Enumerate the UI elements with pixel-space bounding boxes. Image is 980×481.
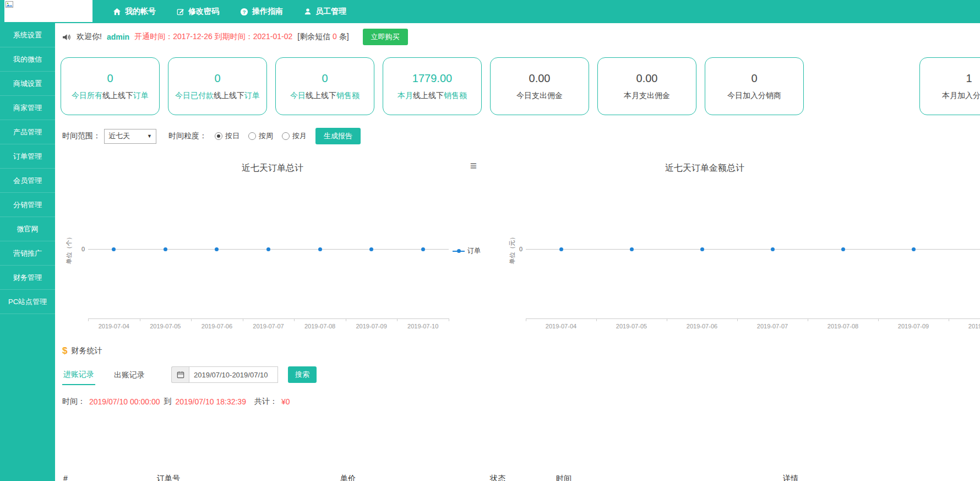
stat-card-value: 0 — [214, 72, 220, 85]
toolbox-menu-icon[interactable]: ≡ — [470, 160, 477, 171]
time-range-label: 时间范围： — [62, 131, 101, 141]
sidebar-item-8[interactable]: 微官网 — [0, 217, 55, 241]
charts-row: 近七天订单总计≡单位（个）02019-07-042019-07-052019-0… — [55, 155, 980, 336]
stat-card[interactable]: 0今日线上线下销售额 — [275, 57, 374, 115]
dollar-icon: $ — [62, 345, 67, 356]
question-icon: ? — [240, 8, 248, 16]
data-point — [841, 247, 845, 251]
stat-card[interactable]: 1本月加入分销商 — [919, 57, 980, 115]
stat-card-label-part: 今日加入分销商 — [727, 91, 781, 100]
stat-card[interactable]: 0今日已付款线上线下订单 — [168, 57, 267, 115]
data-point — [912, 247, 916, 251]
data-point — [559, 247, 563, 251]
sidebar-item-9[interactable]: 营销推广 — [0, 241, 55, 266]
stat-card-label-part: 线上线下 — [306, 91, 336, 100]
data-point — [318, 247, 322, 251]
user-icon — [304, 8, 312, 15]
x-axis-tick — [808, 318, 808, 321]
nav-staff-management[interactable]: 员工管理 — [304, 7, 346, 17]
sidebar-item-6[interactable]: 会员管理 — [0, 169, 55, 193]
data-point — [771, 247, 775, 251]
sidebar-item-3[interactable]: 商家管理 — [0, 96, 55, 120]
buy-now-button[interactable]: 立即购买 — [363, 29, 408, 45]
time-range-select[interactable]: 近七天 ▼ — [104, 129, 156, 144]
stat-card[interactable]: 0.00本月支出佣金 — [597, 57, 696, 115]
radio-circle — [215, 132, 222, 140]
radio-circle — [248, 132, 256, 140]
y-axis-tick-label: 0 — [74, 246, 85, 252]
logo — [4, 0, 92, 22]
summary-to-label: 到 — [164, 397, 171, 407]
stat-card[interactable]: 0今日加入分销商 — [705, 57, 804, 115]
stat-card[interactable]: 0今日所有线上线下订单 — [61, 57, 160, 115]
legend-item[interactable]: 订单 — [453, 246, 481, 256]
radio-by-day[interactable]: 按日 — [215, 131, 239, 141]
x-axis-tick — [878, 318, 879, 321]
finance-tabs: 进账记录出账记录 — [62, 365, 164, 385]
sidebar-item-1[interactable]: 我的微信 — [0, 47, 55, 72]
x-axis-label: 2019-07-10 — [398, 323, 448, 329]
speaker-icon — [62, 33, 72, 41]
stat-card-value: 1779.00 — [412, 72, 452, 85]
svg-text:?: ? — [243, 9, 246, 14]
x-axis-label: 2019-07-09 — [889, 323, 938, 329]
stat-card-label-part: 本月加入分销商 — [942, 91, 980, 100]
nav-operation-guide-label: 操作指南 — [252, 7, 283, 17]
legend-label: 订单 — [467, 246, 481, 256]
stat-card[interactable]: 0.00今日支出佣金 — [490, 57, 589, 115]
radio-by-week[interactable]: 按周 — [248, 131, 273, 141]
radio-by-month[interactable]: 按月 — [282, 131, 307, 141]
sidebar-item-11[interactable]: PC站点管理 — [0, 290, 55, 314]
stat-cards-row: 0今日所有线上线下订单0今日已付款线上线下订单0今日线上线下销售额1779.00… — [55, 57, 980, 119]
sidebar-item-10[interactable]: 财务管理 — [0, 266, 55, 290]
sidebar-item-0[interactable]: 系统设置 — [0, 23, 55, 47]
sidebar-item-2[interactable]: 商城设置 — [0, 72, 55, 96]
stat-card-label-part: 订单 — [244, 91, 260, 100]
generate-report-button[interactable]: 生成报告 — [315, 128, 361, 144]
data-point — [369, 247, 373, 251]
date-range-input[interactable] — [189, 366, 278, 383]
tab-income-records[interactable]: 进账记录 — [62, 365, 95, 385]
finance-summary-row: 时间： 2019/07/10 00:00:00 到 2019/07/10 18:… — [62, 397, 290, 407]
sidebar-item-4[interactable]: 产品管理 — [0, 120, 55, 144]
sidebar-item-7[interactable]: 分销管理 — [0, 193, 55, 217]
summary-total-label: 共计： — [254, 397, 277, 407]
x-axis-label: 2019-07-07 — [748, 323, 797, 329]
x-axis-tick — [737, 318, 738, 321]
x-axis-label: 2019-07-04 — [536, 323, 586, 329]
nav-staff-management-label: 员工管理 — [315, 7, 346, 17]
data-point — [266, 247, 270, 251]
nav-my-account[interactable]: 我的帐号 — [113, 7, 156, 17]
search-button[interactable]: 搜索 — [288, 366, 317, 383]
nav-change-password[interactable]: 修改密码 — [177, 7, 219, 17]
calendar-icon-button[interactable] — [171, 366, 189, 383]
sidebar-item-5[interactable]: 订单管理 — [0, 144, 55, 169]
welcome-username: admin — [107, 33, 129, 41]
stat-card-label-part: 销售额 — [336, 91, 360, 100]
summary-end-time: 2019/07/10 18:32:39 — [175, 397, 246, 406]
y-axis-tick-label: 0 — [511, 246, 522, 252]
stat-card-label-part: 线上线下 — [102, 91, 133, 100]
granularity-radios: 按日按周按月 — [215, 131, 307, 141]
sms-suffix: 条] — [337, 32, 349, 41]
table-column-header: 订单号 — [157, 474, 180, 481]
time-range-value: 近七天 — [108, 131, 130, 141]
tab-expense-records[interactable]: 出账记录 — [113, 365, 146, 385]
stat-card-label: 今日加入分销商 — [727, 91, 781, 101]
radio-by-day-label: 按日 — [225, 131, 239, 141]
sms-prefix: [剩余短信 — [297, 32, 333, 41]
stat-card-label-part: 今日 — [290, 91, 306, 100]
home-icon — [113, 8, 121, 16]
calendar-icon — [177, 371, 184, 379]
nav-operation-guide[interactable]: ?操作指南 — [240, 7, 283, 17]
welcome-period: 开通时间：2017-12-26 到期时间：2021-01-02 — [134, 32, 292, 42]
nav-change-password-label: 修改密码 — [188, 7, 219, 17]
chart-title: 近七天订单金额总计 — [665, 163, 744, 174]
chart-panel-0: 近七天订单总计≡单位（个）02019-07-042019-07-052019-0… — [61, 155, 484, 333]
chart-title: 近七天订单总计 — [242, 163, 303, 174]
stat-card[interactable]: 1779.00本月线上线下销售额 — [383, 57, 482, 115]
data-point — [112, 247, 116, 251]
x-axis-label: 2019-07-09 — [347, 323, 396, 329]
stat-card-value: 0.00 — [636, 72, 658, 85]
x-axis-label: 2019-07-05 — [607, 323, 656, 329]
